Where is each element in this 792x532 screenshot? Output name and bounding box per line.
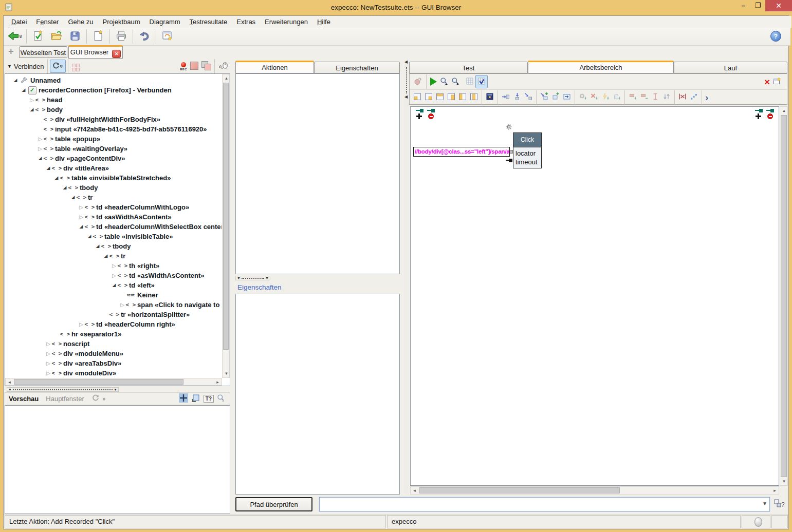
new-window-button[interactable] xyxy=(771,75,783,88)
tree-expander-icon[interactable]: ◢ xyxy=(102,251,109,261)
check-path-button[interactable]: Pfad überprüfen xyxy=(235,497,312,511)
tab-close-icon[interactable]: ✕ xyxy=(112,50,121,58)
canvas-hscrollbar[interactable]: ◂ ▸ xyxy=(410,486,779,495)
add-tab-icon[interactable]: + xyxy=(8,47,14,56)
path-combobox[interactable]: ▼ xyxy=(319,497,770,511)
tree-expander-icon[interactable]: ◢ xyxy=(61,183,68,193)
connect-menu-button[interactable]: ▼Verbinden xyxy=(6,60,45,72)
tree-item[interactable]: ▷< >table «waitingOverlay» xyxy=(6,144,222,154)
tree-item[interactable]: ◢< >div «pageContentDiv» xyxy=(6,154,222,163)
zoom-menu-button[interactable] xyxy=(215,393,227,405)
menu-item-erweiterungen[interactable]: Erweiterungen xyxy=(260,16,312,28)
tree-expander-icon[interactable]: ◢ xyxy=(12,75,19,85)
back-button[interactable]: » xyxy=(6,29,24,44)
tab-eigenschaften[interactable]: Eigenschaften xyxy=(314,62,400,73)
menu-item-fenster[interactable]: Fenster xyxy=(31,16,63,28)
toolbar-overflow-icon[interactable]: › xyxy=(705,92,708,102)
grid-snap-button[interactable] xyxy=(475,75,488,88)
tree-item[interactable]: ▷< >div «moduleMenu» xyxy=(6,349,222,358)
pin-down-button[interactable] xyxy=(511,91,523,104)
locator-value-box[interactable]: //body/div[@clas...ss="left"]/span/a xyxy=(413,147,510,157)
grid-button[interactable] xyxy=(464,75,475,88)
tree-item[interactable]: < >tr «horizontalSplitter» xyxy=(6,310,222,319)
tab-webseiten-test[interactable]: Webseiten Test xyxy=(19,46,67,58)
dist-v-button[interactable] xyxy=(688,91,699,104)
tree-item[interactable]: ▷< >head xyxy=(6,95,222,105)
open-folder-button[interactable] xyxy=(47,29,66,44)
tree-item[interactable]: ◢< >td «left» xyxy=(6,280,222,290)
tree-item[interactable]: ▷< >div «moduleDiv» xyxy=(6,368,222,377)
dist-h-button[interactable] xyxy=(677,91,688,104)
tree-expander-icon[interactable]: ▷ xyxy=(78,319,85,329)
menu-item-datei[interactable]: Datei xyxy=(7,16,31,28)
tree-hscrollbar[interactable]: ◂ ▸ xyxy=(5,378,222,386)
preview-dropdown-icon[interactable]: » xyxy=(101,397,107,400)
menu-item-gehe-zu[interactable]: Gehe zu xyxy=(63,16,98,28)
win-bl-button[interactable] xyxy=(412,91,423,104)
tree-expander-icon[interactable]: ▷ xyxy=(110,261,118,271)
tree-item[interactable]: ◢< >tr xyxy=(6,193,222,202)
tree-item[interactable]: ◢< >tbody xyxy=(6,241,222,251)
combo-help-icon[interactable]: ? xyxy=(774,499,785,510)
tab-test[interactable]: Test xyxy=(409,62,528,73)
pin-locator[interactable]: locator xyxy=(513,149,541,158)
menu-item-projektbaum[interactable]: Projektbaum xyxy=(98,16,145,28)
tree-expander-icon[interactable]: ◢ xyxy=(36,154,44,163)
tree-item[interactable]: < >hr «separator1» xyxy=(6,329,222,339)
win-c-button[interactable] xyxy=(468,91,480,104)
delete-button[interactable]: × xyxy=(763,75,771,88)
tree-item[interactable]: ◢✓recorderConnection [Firefox] - Verbund… xyxy=(6,85,222,95)
tree-item[interactable]: ◢< >body xyxy=(6,105,222,115)
menu-item-testresultate[interactable]: Testresultate xyxy=(185,16,232,28)
undo-button[interactable] xyxy=(135,29,154,44)
tree-item[interactable]: textKeiner xyxy=(6,290,222,300)
tree-expander-icon[interactable]: ◢ xyxy=(28,105,35,115)
tree-item[interactable]: ◢Unnamed xyxy=(6,75,222,85)
minimize-button[interactable]: – xyxy=(736,0,750,11)
tree-item[interactable]: < >input «7f42ab8e-b41c-4925-bd7f-ab5576… xyxy=(6,124,222,134)
pan-tool-button[interactable] xyxy=(177,393,190,405)
step-node-click[interactable]: Click locator timeout xyxy=(513,132,542,168)
new-doc-button[interactable] xyxy=(89,29,107,44)
tree-item[interactable]: ▷< >td «asWidthAsContent» xyxy=(6,212,222,222)
tree-expander-icon[interactable]: ▷ xyxy=(45,349,52,358)
tree-expander-icon[interactable]: ▷ xyxy=(119,300,126,310)
pin-in-button[interactable] xyxy=(500,91,511,104)
tab-gui-browser[interactable]: GUI Browser✕ xyxy=(68,45,123,59)
win-b-button[interactable] xyxy=(446,91,457,104)
view-vorschau[interactable]: Vorschau xyxy=(9,395,39,403)
gear-icon[interactable] xyxy=(505,123,512,132)
tree-expander-icon[interactable]: ▷ xyxy=(45,339,52,349)
swap-button[interactable] xyxy=(661,91,672,104)
pin-move-icon[interactable] xyxy=(755,109,763,119)
anchor-min-button[interactable] xyxy=(638,91,650,104)
preview-refresh-icon[interactable] xyxy=(91,394,100,404)
tree-item[interactable]: ◢< >td «headerColumnWithSelectBox center… xyxy=(6,222,222,232)
tree-expander-icon[interactable]: ▷ xyxy=(78,212,85,222)
new-test-button[interactable] xyxy=(29,29,47,44)
menu-item-hilfe[interactable]: Hilfe xyxy=(312,16,335,28)
tree-expander-icon[interactable]: ▷ xyxy=(45,358,52,368)
tree-item[interactable]: ▷< >td «headerColumn right» xyxy=(6,319,222,329)
gear-sub-button[interactable] xyxy=(577,91,588,104)
zoom-out-button[interactable] xyxy=(438,75,450,88)
tree-expander-icon[interactable]: ◢ xyxy=(78,222,85,232)
help-button[interactable]: ? xyxy=(770,31,781,42)
tree-item[interactable]: ▷< >table «popup» xyxy=(6,134,222,144)
tree-expander-icon[interactable]: ◢ xyxy=(53,173,60,183)
timeout-pin[interactable] xyxy=(509,159,512,162)
left-splitter-handle[interactable]: ▼▼ xyxy=(7,387,119,392)
zoom-in-button[interactable] xyxy=(450,75,461,88)
ghost-sub-button[interactable] xyxy=(611,91,622,104)
print-button[interactable] xyxy=(112,29,131,44)
tab-aktionen[interactable]: Aktionen xyxy=(235,61,314,73)
tree-item[interactable]: ▷< >div «areaTabsDiv» xyxy=(6,358,222,368)
refresh-button[interactable]: » xyxy=(50,60,65,73)
tree-expander-icon[interactable]: ▷ xyxy=(45,368,52,377)
combo-dropdown-icon[interactable]: ▼ xyxy=(762,501,767,506)
show-text-button[interactable]: T? xyxy=(202,393,215,405)
locator-pin[interactable] xyxy=(509,150,513,154)
tree-expander-icon[interactable]: ◢ xyxy=(94,241,101,251)
tree-item[interactable]: ▷< >span «Click to navigate to the lo xyxy=(6,300,222,310)
win-br-button[interactable] xyxy=(423,91,434,104)
